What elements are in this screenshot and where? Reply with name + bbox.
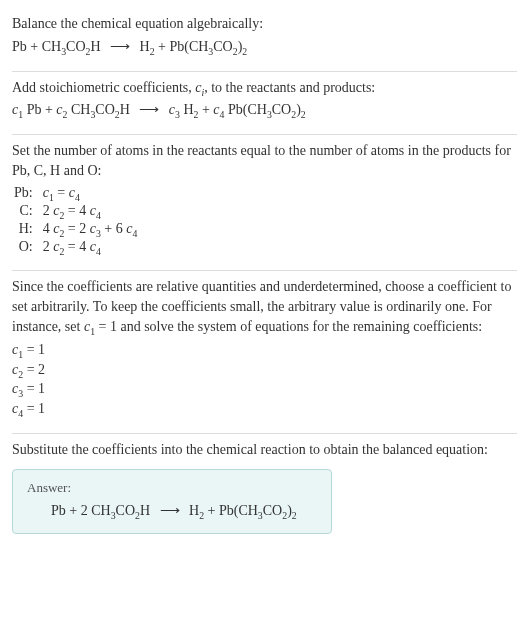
val: = 1: [23, 342, 45, 357]
element-label: O:: [12, 238, 41, 256]
coef-line: c4 = 1: [12, 399, 517, 419]
intro-text: Set the number of atoms in the reactants…: [12, 141, 517, 180]
answer-label: Answer:: [27, 480, 317, 496]
mid: =: [54, 185, 69, 200]
text-part: = 1 and solve the system of equations fo…: [95, 319, 482, 334]
coef-equation: c1 Pb + c2 CH3CO2H ⟶ c3 H2 + c4 Pb(CH3CO…: [12, 101, 517, 118]
mid: = 4: [64, 203, 89, 218]
section-solve: Since the coefficients are relative quan…: [12, 271, 517, 433]
arrow-icon: ⟶: [139, 101, 159, 118]
sub-2: 2: [242, 45, 247, 56]
section-balance-intro: Balance the chemical equation algebraica…: [12, 8, 517, 72]
element-label: C:: [12, 202, 41, 220]
sub-2: 2: [292, 510, 297, 521]
coef-line: c2 = 2: [12, 360, 517, 380]
arrow-icon: ⟶: [110, 38, 130, 55]
eq-part: Pb + 2 CH: [51, 503, 111, 518]
text-part: Add stoichiometric coefficients,: [12, 80, 195, 95]
mid: = 4: [64, 239, 89, 254]
eq-part: CO: [263, 503, 282, 518]
eq-part: CO: [213, 39, 232, 54]
sub: 4: [96, 210, 101, 221]
eq-part: H: [189, 503, 199, 518]
section-answer: Substitute the coefficients into the che…: [12, 434, 517, 549]
eq-part: + Pb(CH: [155, 39, 209, 54]
sub: 4: [132, 228, 137, 239]
eq-part: + Pb(CH: [204, 503, 258, 518]
val: = 1: [23, 381, 45, 396]
coefficient-list: c1 = 1 c2 = 2 c3 = 1 c4 = 1: [12, 340, 517, 418]
mid: = 2: [64, 221, 89, 236]
table-row: O: 2 c2 = 4 c4: [12, 238, 143, 256]
eq-part: +: [198, 102, 213, 117]
val: = 2: [23, 362, 45, 377]
section-atom-equations: Set the number of atoms in the reactants…: [12, 135, 517, 271]
text-part: , to the reactants and products:: [204, 80, 375, 95]
mid2: + 6: [101, 221, 126, 236]
eq-part: CH: [67, 102, 90, 117]
sub: 4: [96, 246, 101, 257]
balanced-equation: Pb + 2 CH3CO2H ⟶ H2 + Pb(CH3CO2)2: [27, 502, 317, 519]
atom-balance-table: Pb: c1 = c4 C: 2 c2 = 4 c4 H: 4 c2 = 2 c…: [12, 184, 143, 256]
intro-text: Balance the chemical equation algebraica…: [12, 14, 517, 34]
eq-part: H: [140, 503, 150, 518]
eq-part: Pb + CH: [12, 39, 61, 54]
eq-part: Pb(CH: [224, 102, 266, 117]
intro-text: Add stoichiometric coefficients, ci, to …: [12, 78, 517, 98]
intro-text: Substitute the coefficients into the che…: [12, 440, 517, 460]
eq-part: H: [90, 39, 100, 54]
pre: 4: [43, 221, 54, 236]
answer-box: Answer: Pb + 2 CH3CO2H ⟶ H2 + Pb(CH3CO2)…: [12, 469, 332, 534]
eq-part: H: [140, 39, 150, 54]
val: = 1: [23, 401, 45, 416]
sub-2: 2: [301, 109, 306, 120]
arrow-icon: ⟶: [160, 502, 180, 519]
eq-part: CO: [66, 39, 85, 54]
element-eq: 2 c2 = 4 c4: [41, 202, 144, 220]
table-row: H: 4 c2 = 2 c3 + 6 c4: [12, 220, 143, 238]
table-row: Pb: c1 = c4: [12, 184, 143, 202]
element-label: Pb:: [12, 184, 41, 202]
eq-part: CO: [95, 102, 114, 117]
section-stoichiometric: Add stoichiometric coefficients, ci, to …: [12, 72, 517, 136]
eq-part: CO: [116, 503, 135, 518]
table-row: C: 2 c2 = 4 c4: [12, 202, 143, 220]
eq-part: Pb +: [23, 102, 56, 117]
unbalanced-equation: Pb + CH3CO2H ⟶ H2 + Pb(CH3CO2)2: [12, 38, 517, 55]
eq-part: H: [180, 102, 194, 117]
pre: 2: [43, 203, 54, 218]
element-eq: 4 c2 = 2 c3 + 6 c4: [41, 220, 144, 238]
intro-text: Since the coefficients are relative quan…: [12, 277, 517, 336]
eq-part: H: [120, 102, 130, 117]
sub: 4: [75, 192, 80, 203]
element-eq: 2 c2 = 4 c4: [41, 238, 144, 256]
coef-line: c1 = 1: [12, 340, 517, 360]
element-label: H:: [12, 220, 41, 238]
element-eq: c1 = c4: [41, 184, 144, 202]
pre: 2: [43, 239, 54, 254]
coef-line: c3 = 1: [12, 379, 517, 399]
eq-part: CO: [272, 102, 291, 117]
